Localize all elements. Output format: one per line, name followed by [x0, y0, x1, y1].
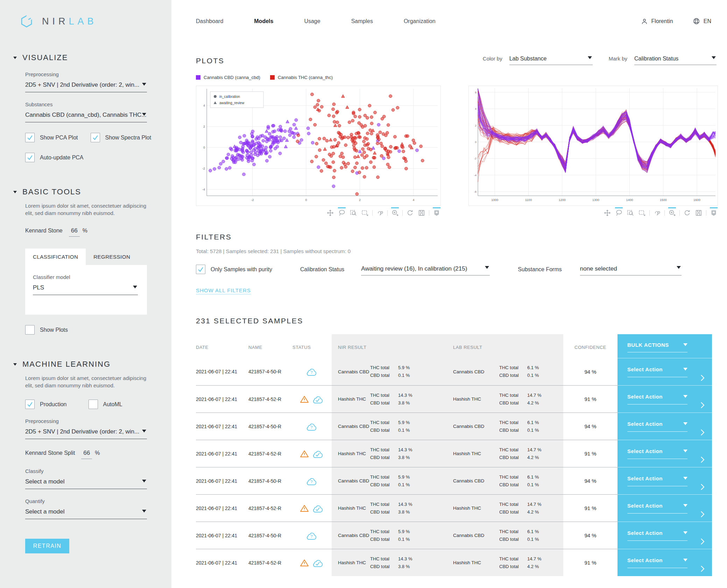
calibration-status-select[interactable]: Awaiting review (16), In calibration (21…: [361, 265, 490, 275]
auto-update-pca-checkbox[interactable]: [25, 153, 35, 162]
nir-cbd-value: 3.8 %: [398, 563, 419, 571]
row-detail-chevron-icon[interactable]: [700, 538, 705, 545]
kennard-stone-input[interactable]: 66: [69, 227, 80, 237]
tab-regression[interactable]: REGRESSION: [86, 249, 138, 265]
production-checkbox[interactable]: [25, 400, 35, 409]
language-menu[interactable]: EN: [693, 17, 711, 25]
reset-icon[interactable]: [406, 209, 414, 217]
nav-item-dashboard[interactable]: Dashboard: [196, 18, 223, 24]
nir-thc-value: 5.9 %: [398, 364, 419, 372]
row-detail-chevron-icon[interactable]: [700, 374, 705, 382]
pca-plot-toolbar: [196, 208, 441, 218]
show-all-filters-link[interactable]: SHOW ALL FILTERS: [196, 287, 251, 294]
poly-select-icon[interactable]: [653, 209, 661, 217]
show-pca-checkbox[interactable]: [25, 133, 35, 142]
row-detail-chevron-icon[interactable]: [700, 483, 705, 491]
lab-cbd-value: 4.2 %: [527, 508, 548, 516]
row-detail-chevron-icon[interactable]: [700, 401, 705, 409]
pca-scatter-plot[interactable]: -2024-4-2024in_calibrationawaiting_revie…: [196, 86, 441, 206]
lab-substance: Cannabis CBD: [453, 533, 499, 538]
nir-substance: Hashish THC: [338, 451, 370, 456]
purity-checkbox[interactable]: [196, 265, 205, 274]
pan-icon[interactable]: [603, 209, 612, 217]
nav-item-usage[interactable]: Usage: [304, 18, 320, 24]
collapse-caret-icon[interactable]: [13, 57, 17, 59]
table-row: 2021-06-07 | 22:41 421857-4-52-R ? Hashi…: [196, 385, 712, 413]
quantify-select[interactable]: Select a model: [25, 505, 147, 519]
sample-name[interactable]: 421857-4-50-R: [248, 413, 291, 440]
substance-forms-select[interactable]: none selected: [580, 265, 682, 275]
nav-item-models[interactable]: Models: [254, 18, 273, 24]
select-action-dropdown[interactable]: Select Action: [627, 503, 687, 514]
show-spectra-checkbox[interactable]: [91, 133, 100, 142]
cloud-status-icon: ?: [306, 367, 317, 376]
user-menu[interactable]: Florentin: [641, 18, 673, 25]
preprocessing-select[interactable]: 2D5 + SNV | 2nd Derivative (order: 2, wi…: [25, 79, 147, 92]
sample-name[interactable]: 421857-4-52-R: [248, 494, 291, 522]
sample-name[interactable]: 421857-4-50-R: [248, 358, 291, 385]
select-action-dropdown[interactable]: Select Action: [627, 421, 687, 432]
wheel-zoom-icon[interactable]: [391, 209, 399, 217]
reset-icon[interactable]: [683, 209, 691, 217]
samples-rows: 2021-06-07 | 22:41 421857-4-50-R ? Canna…: [196, 358, 712, 576]
tab-classification[interactable]: CLASSIFICATION: [25, 249, 86, 265]
sample-name[interactable]: 421857-4-50-R: [248, 522, 291, 549]
production-label: Production: [40, 401, 67, 408]
sample-name[interactable]: 421857-4-52-R: [248, 440, 291, 467]
lasso-select-icon[interactable]: [338, 209, 346, 217]
ml-preprocessing-select[interactable]: 2D5 + SNV | 2nd Derivative (order: 2, wi…: [25, 425, 147, 439]
select-action-dropdown[interactable]: Select Action: [627, 557, 687, 568]
classifier-model-select[interactable]: PLS: [33, 281, 138, 295]
substances-select[interactable]: Cannabis CBD (canna_cbd), Cannabis THC..…: [25, 109, 147, 122]
select-action-dropdown[interactable]: Select Action: [627, 475, 687, 486]
cloud-status-icon: ?: [312, 559, 323, 567]
bulk-actions-header[interactable]: BULK ACTIONS: [617, 334, 712, 358]
wheel-zoom-icon[interactable]: [668, 209, 676, 217]
select-action-dropdown[interactable]: Select Action: [627, 366, 687, 377]
nav-item-samples[interactable]: Samples: [351, 18, 373, 24]
nir-cbd-value: 0.1 %: [398, 426, 419, 434]
pan-icon[interactable]: [326, 209, 334, 217]
mark-by-select[interactable]: Calibration Status: [634, 55, 717, 65]
select-action-dropdown[interactable]: Select Action: [627, 448, 687, 459]
nir-cbd-value: 0.1 %: [398, 481, 419, 489]
svg-text:?: ?: [311, 479, 313, 483]
row-detail-chevron-icon[interactable]: [700, 510, 705, 518]
save-icon[interactable]: [694, 209, 703, 217]
show-plots-checkbox[interactable]: [25, 325, 35, 335]
collapse-caret-icon[interactable]: [13, 363, 17, 366]
box-zoom-icon[interactable]: [626, 209, 635, 217]
sample-name[interactable]: 421857-4-52-R: [248, 549, 291, 576]
color-by-select[interactable]: Lab Substance: [509, 55, 593, 65]
retrain-button[interactable]: RETRAIN: [25, 539, 69, 553]
box-select-icon[interactable]: [361, 209, 369, 217]
select-action-dropdown[interactable]: Select Action: [627, 530, 687, 541]
sample-name[interactable]: 421857-4-52-R: [248, 385, 291, 413]
select-action-dropdown[interactable]: Select Action: [627, 394, 687, 404]
save-icon[interactable]: [417, 209, 426, 217]
box-select-icon[interactable]: [638, 209, 646, 217]
svg-text:0: 0: [203, 146, 205, 149]
row-detail-chevron-icon[interactable]: [700, 456, 705, 464]
row-detail-chevron-icon[interactable]: [700, 565, 705, 573]
confidence-value: 91 %: [563, 494, 617, 522]
lab-substance: Hashish THC: [453, 505, 499, 511]
confidence-value: 91 %: [563, 440, 617, 467]
row-detail-chevron-icon[interactable]: [700, 429, 705, 436]
kennard-split-input[interactable]: 66: [81, 450, 92, 459]
cloud-status-icon: ?: [306, 477, 317, 485]
hover-icon[interactable]: [710, 209, 718, 217]
cbd-swatch: [196, 75, 200, 80]
sample-name[interactable]: 421857-4-50-R: [248, 467, 291, 494]
lasso-select-icon[interactable]: [615, 209, 623, 217]
poly-select-icon[interactable]: [376, 209, 384, 217]
spectra-plot[interactable]: 1000110012001300140015001600-6-4-20246: [468, 86, 718, 206]
logo[interactable]: NIRLAB: [20, 15, 171, 28]
automl-checkbox[interactable]: [89, 400, 98, 409]
sample-date: 2021-06-07 | 22:41: [196, 413, 248, 440]
collapse-caret-icon[interactable]: [13, 191, 17, 193]
nav-item-organization[interactable]: Organization: [404, 18, 436, 24]
classify-select[interactable]: Select a model: [25, 475, 147, 489]
hover-icon[interactable]: [432, 209, 441, 217]
box-zoom-icon[interactable]: [349, 209, 358, 217]
